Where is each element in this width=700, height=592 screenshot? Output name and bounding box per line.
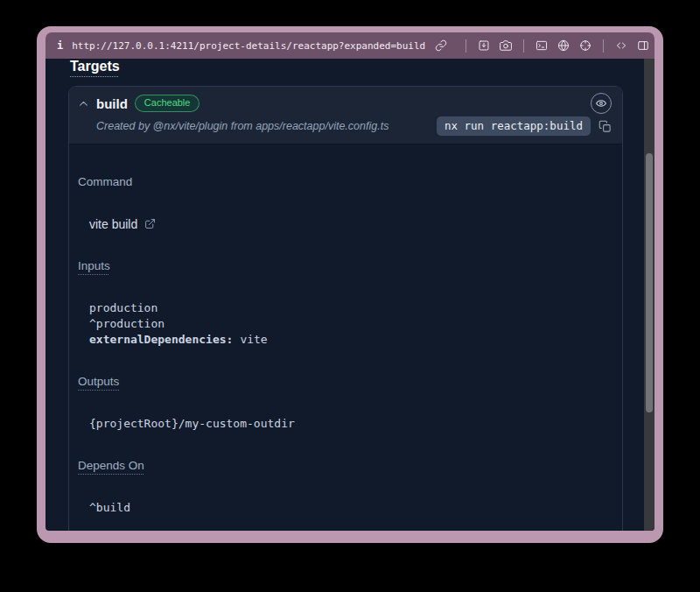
copy-icon: [598, 120, 612, 133]
depends-on-label: Depends On: [78, 459, 144, 473]
command-section: Command vite build: [78, 159, 610, 232]
input-item: ^production: [89, 316, 610, 332]
scrollbar-thumb[interactable]: [646, 153, 653, 412]
build-target-details: Command vite build Inputs pro: [69, 144, 622, 531]
code-icon[interactable]: [614, 39, 628, 53]
run-command-chip[interactable]: nx run reactapp:build: [437, 116, 591, 136]
titlebar-actions: [434, 39, 650, 53]
input-item: externalDependencies:vite: [89, 332, 610, 348]
chevron-up-icon[interactable]: [78, 98, 89, 109]
scrollbar-track[interactable]: [644, 59, 654, 531]
eye-icon: [595, 97, 607, 109]
inputs-section: Inputs production ^production externalDe…: [78, 243, 610, 348]
external-dependencies-value: vite: [240, 333, 267, 346]
external-link-icon[interactable]: [144, 218, 156, 229]
options-section: Options { "cwd": "apps/reactapp" }: [78, 527, 610, 531]
inputs-label: Inputs: [78, 259, 110, 273]
output-item: {projectRoot}/my-custom-outdir: [89, 416, 610, 432]
address-url[interactable]: http://127.0.0.1:4211/project-details/re…: [72, 40, 425, 52]
depends-on-section: Depends On ^build: [78, 443, 610, 516]
target-card-build: build Cacheable Created by @nx/vite/plug…: [68, 86, 623, 531]
terminal-icon[interactable]: [535, 39, 549, 53]
depends-on-item: ^build: [89, 500, 610, 516]
titlebar-divider: [603, 39, 604, 53]
sidebar-toggle-icon[interactable]: [636, 39, 650, 53]
page-title: Targets: [70, 59, 120, 74]
target-name: build: [96, 96, 128, 111]
project-details-panel: Targets build Cacheable: [46, 59, 644, 531]
input-item: production: [89, 300, 610, 316]
link-icon[interactable]: [434, 39, 448, 53]
info-glyph: i: [57, 39, 63, 52]
view-target-graph-button[interactable]: [591, 93, 612, 114]
save-screenshot-icon[interactable]: [477, 39, 491, 53]
created-by-text: Created by @nx/vite/plugin from apps/rea…: [96, 120, 388, 132]
outputs-section: Outputs {projectRoot}/my-custom-outdir: [78, 359, 610, 432]
external-dependencies-key: externalDependencies:: [89, 333, 233, 346]
titlebar-divider: [466, 39, 466, 53]
page-content: Targets build Cacheable: [46, 59, 654, 531]
command-label: Command: [78, 175, 132, 189]
browser-titlebar: i http://127.0.0.1:4211/project-details/…: [46, 32, 654, 59]
browser-chrome: i http://127.0.0.1:4211/project-details/…: [46, 32, 654, 531]
camera-icon[interactable]: [499, 39, 513, 53]
command-value: vite build: [89, 217, 137, 231]
copy-command-button[interactable]: [598, 120, 612, 133]
outputs-label: Outputs: [78, 375, 119, 389]
globe-icon[interactable]: [556, 39, 570, 53]
cacheable-badge: Cacheable: [135, 95, 200, 112]
browser-window: i http://127.0.0.1:4211/project-details/…: [37, 26, 663, 543]
titlebar-divider: [523, 39, 524, 53]
crosshair-icon[interactable]: [578, 39, 592, 53]
build-target-header[interactable]: build Cacheable Created by @nx/vite/plug…: [69, 87, 622, 144]
